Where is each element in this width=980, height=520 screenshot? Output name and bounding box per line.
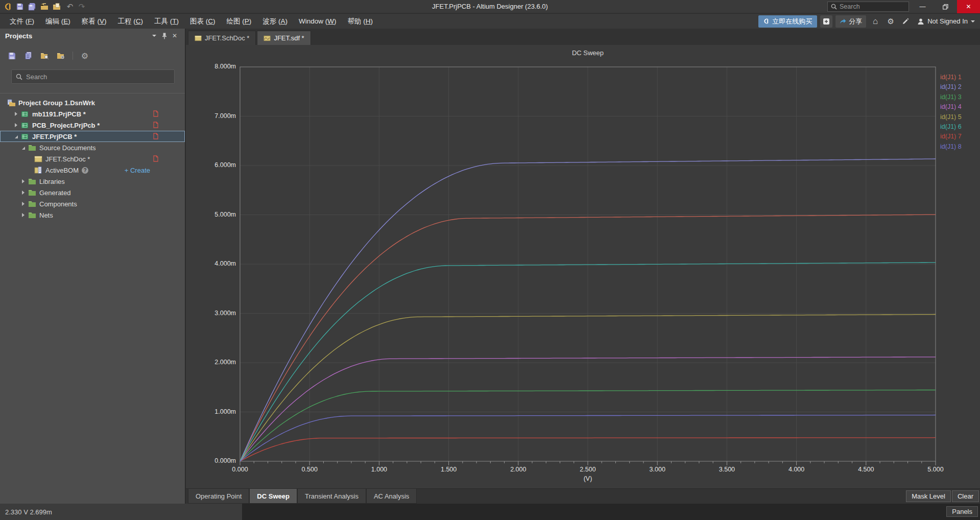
y-tick-label: 3.000m xyxy=(199,310,236,317)
x-tick-label: 1.000 xyxy=(364,466,394,473)
x-tick-label: 3.500 xyxy=(711,466,742,473)
chart-legend: id(J1) 1id(J1) 2id(J1) 3id(J1) 4id(J1) 5… xyxy=(940,73,962,152)
clear-button[interactable]: Clear xyxy=(952,490,979,502)
tab-dc-sweep[interactable]: DC Sweep xyxy=(249,489,297,504)
x-tick-label: 2.500 xyxy=(572,466,603,473)
x-tick-label: 0.000 xyxy=(225,466,255,473)
x-tick-label: 5.000 xyxy=(920,466,951,473)
y-tick-label: 0.000m xyxy=(199,457,236,464)
tab-operating-point[interactable]: Operating Point xyxy=(188,489,249,504)
legend-entry[interactable]: id(J1) 8 xyxy=(940,142,962,152)
y-tick-label: 8.000m xyxy=(199,63,236,70)
x-axis-unit-label: (V) xyxy=(240,475,936,482)
y-tick-label: 2.000m xyxy=(199,359,236,366)
y-tick-label: 7.000m xyxy=(199,112,236,120)
x-tick-label: 2.000 xyxy=(503,466,534,473)
legend-entry[interactable]: id(J1) 3 xyxy=(940,92,962,102)
y-tick-label: 6.000m xyxy=(199,161,236,169)
legend-entry[interactable]: id(J1) 1 xyxy=(940,73,962,82)
legend-entry[interactable]: id(J1) 4 xyxy=(940,102,962,112)
tab-transient-analysis[interactable]: Transient Analysis xyxy=(297,489,366,504)
legend-entry[interactable]: id(J1) 2 xyxy=(940,82,962,92)
x-tick-label: 4.000 xyxy=(781,466,812,473)
y-tick-label: 1.000m xyxy=(199,408,236,415)
cursor-coordinates: 2.330 V 2.699m xyxy=(0,504,242,520)
panels-button[interactable]: Panels xyxy=(946,506,978,517)
status-bar: 2.330 V 2.699m Panels xyxy=(0,504,980,520)
legend-entry[interactable]: id(J1) 6 xyxy=(940,122,962,132)
x-tick-label: 0.500 xyxy=(294,466,325,473)
tab-ac-analysis[interactable]: AC Analysis xyxy=(366,489,417,504)
mask-level-button[interactable]: Mask Level xyxy=(906,490,951,502)
legend-entry[interactable]: id(J1) 5 xyxy=(940,112,962,122)
analysis-tab-bar: Operating Point DC Sweep Transient Analy… xyxy=(186,488,980,504)
x-tick-label: 1.500 xyxy=(434,466,464,473)
x-tick-label: 3.000 xyxy=(642,466,673,473)
dc-sweep-plot[interactable] xyxy=(0,0,980,520)
y-tick-label: 4.000m xyxy=(199,260,236,267)
y-tick-label: 5.000m xyxy=(199,211,236,218)
x-tick-label: 4.500 xyxy=(851,466,881,473)
legend-entry[interactable]: id(J1) 7 xyxy=(940,132,962,141)
